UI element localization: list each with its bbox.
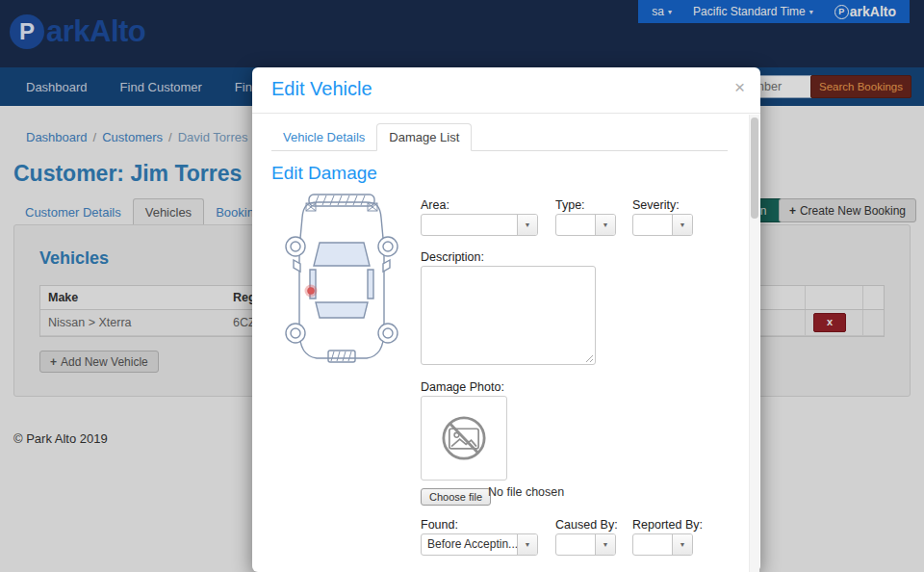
edit-vehicle-modal: Edit Vehicle × Vehicle Details Damage Li… <box>252 67 760 572</box>
type-label: Type: <box>555 198 585 212</box>
reported-by-dropdown[interactable]: ▼ <box>632 533 693 556</box>
chevron-down-icon[interactable]: ▼ <box>517 534 537 555</box>
rear-window <box>316 302 368 318</box>
severity-dropdown[interactable]: ▼ <box>632 214 693 236</box>
severity-dropdown-value <box>633 215 672 235</box>
area-label: Area: <box>421 198 449 212</box>
description-textarea[interactable] <box>421 266 596 365</box>
type-dropdown[interactable]: ▼ <box>555 214 616 236</box>
description-label: Description: <box>421 250 484 264</box>
modal-tabs: Vehicle Details Damage List <box>271 125 728 151</box>
damage-photo-preview <box>421 396 507 481</box>
area-dropdown[interactable]: ▼ <box>421 214 538 236</box>
scrollbar-thumb[interactable] <box>751 117 758 219</box>
wheel-rear-right <box>378 324 398 343</box>
damage-marker[interactable] <box>305 285 318 298</box>
description-field <box>421 266 596 365</box>
caused-by-dropdown[interactable]: ▼ <box>555 533 616 556</box>
chevron-down-icon[interactable]: ▼ <box>672 534 692 555</box>
caused-by-label: Caused By: <box>555 518 618 532</box>
modal-title: Edit Vehicle <box>271 78 372 100</box>
damage-marker-dot <box>308 288 315 295</box>
no-file-chosen-text: No file chosen <box>488 485 564 499</box>
side-window-right <box>368 270 373 299</box>
tab-damage-list[interactable]: Damage List <box>376 123 472 151</box>
wheel-front-right <box>378 237 398 256</box>
choose-file-button[interactable]: Choose file <box>421 488 491 506</box>
edit-damage-heading: Edit Damage <box>271 163 377 184</box>
tab-vehicle-details[interactable]: Vehicle Details <box>271 124 376 150</box>
reported-by-label: Reported By: <box>632 518 703 532</box>
chevron-down-icon[interactable]: ▼ <box>517 215 537 235</box>
caused-by-dropdown-value <box>556 534 595 555</box>
damage-photo-label: Damage Photo: <box>421 380 504 394</box>
chevron-down-icon[interactable]: ▼ <box>595 215 615 235</box>
car-damage-diagram[interactable] <box>274 189 409 376</box>
type-dropdown-value <box>556 215 595 235</box>
close-icon[interactable]: × <box>734 77 745 98</box>
severity-label: Severity: <box>632 198 680 212</box>
found-dropdown[interactable]: Before Acceptin... ▼ <box>421 533 538 556</box>
chevron-down-icon[interactable]: ▼ <box>595 534 615 555</box>
windshield <box>314 243 370 266</box>
area-dropdown-value <box>422 215 517 235</box>
found-dropdown-value: Before Acceptin... <box>422 534 517 555</box>
modal-scrollbar[interactable] <box>749 115 759 572</box>
wheel-rear-left <box>286 324 305 343</box>
car-outline <box>286 195 398 362</box>
modal-header: Edit Vehicle × <box>252 67 760 114</box>
found-label: Found: <box>421 518 458 532</box>
no-image-icon <box>439 413 489 463</box>
app-screen: P arkAlto sa ▾ Pacific Standard Time ▾ P… <box>0 0 924 572</box>
wheel-front-left <box>286 237 305 256</box>
chevron-down-icon[interactable]: ▼ <box>672 215 692 235</box>
reported-by-dropdown-value <box>633 534 672 555</box>
